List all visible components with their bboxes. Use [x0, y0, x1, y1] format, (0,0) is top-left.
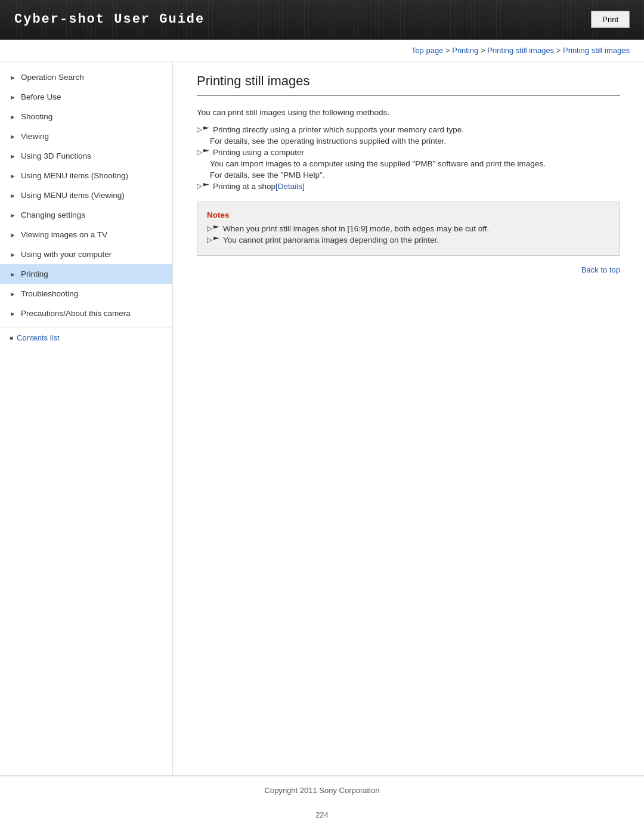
header: Cyber-shot User Guide Print — [0, 0, 644, 40]
sidebar: ► Operation Search ► Before Use ► Shooti… — [0, 61, 173, 775]
bullet1-text: Printing directly using a printer which … — [213, 125, 464, 134]
bullet2-sub2: For details, see the "PMB Help". — [210, 171, 620, 179]
sidebar-item-precautions[interactable]: ► Precautions/About this camera — [0, 304, 172, 323]
footer-divider: Copyright 2011 Sony Corporation 224 — [0, 775, 644, 825]
note-item-1: ▷ When you print still images shot in [1… — [207, 224, 610, 233]
breadcrumb-printing-still-images-2[interactable]: Printing still images — [563, 46, 630, 55]
app-title: Cyber-shot User Guide — [14, 12, 205, 27]
note-flag-1 — [213, 225, 219, 233]
arrow-icon: ► — [10, 271, 16, 278]
arrow-icon: ► — [10, 212, 16, 219]
bullet-item-3: ▷ Printing at a shop [Details] — [197, 182, 620, 191]
sidebar-item-troubleshooting[interactable]: ► Troubleshooting — [0, 284, 172, 304]
note-item-2: ▷ You cannot print panorama images depen… — [207, 236, 610, 244]
bullet1-sub: For details, see the operating instructi… — [210, 137, 620, 145]
flag-shape-3 — [203, 183, 209, 191]
flag-icon-3: ▷ — [197, 182, 202, 190]
bullet-item-2: ▷ Printing using a computer — [197, 148, 620, 157]
breadcrumb: Top page > Printing > Printing still ima… — [0, 40, 644, 61]
sidebar-item-using-computer[interactable]: ► Using with your computer — [0, 244, 172, 264]
note-flag-icon-1: ▷ — [207, 224, 212, 233]
back-to-top-link[interactable]: Back to top — [581, 265, 620, 274]
contents-list-link[interactable]: Contents list — [0, 327, 172, 348]
breadcrumb-top-page[interactable]: Top page — [411, 46, 444, 55]
arrow-icon: ► — [10, 251, 16, 258]
note-flag-icon-2: ▷ — [207, 236, 212, 244]
bullet-item-1: ▷ Printing directly using a printer whic… — [197, 125, 620, 134]
page-title: Printing still images — [197, 73, 620, 96]
arrow-icon: ► — [10, 153, 16, 160]
sidebar-item-printing[interactable]: ► Printing — [0, 264, 172, 284]
breadcrumb-printing-still-images-1[interactable]: Printing still images — [487, 46, 554, 55]
layout: ► Operation Search ► Before Use ► Shooti… — [0, 61, 644, 775]
note1-text: When you print still images shot in [16:… — [223, 224, 489, 233]
intro-text: You can print still images using the fol… — [197, 108, 620, 117]
arrow-icon: ► — [10, 94, 16, 101]
sidebar-item-viewing[interactable]: ► Viewing — [0, 126, 172, 146]
sidebar-item-shooting[interactable]: ► Shooting — [0, 107, 172, 126]
back-to-top: Back to top — [197, 265, 620, 274]
flag-icon-1: ▷ — [197, 125, 202, 134]
flag-icon-2: ▷ — [197, 148, 202, 156]
page-number: 224 — [0, 804, 644, 825]
arrow-icon: ► — [10, 231, 16, 239]
arrow-icon: ► — [10, 290, 16, 298]
arrow-icon: ► — [10, 74, 16, 81]
print-button[interactable]: Print — [591, 11, 630, 28]
arrow-icon: ► — [10, 133, 16, 140]
main-content: Printing still images You can print stil… — [173, 61, 644, 775]
note2-text: You cannot print panorama images dependi… — [223, 236, 439, 244]
footer: Copyright 2011 Sony Corporation — [0, 776, 644, 804]
notes-title: Notes — [207, 210, 610, 219]
note-flag-2 — [213, 237, 219, 244]
arrow-icon: ► — [10, 172, 16, 179]
sidebar-item-using-menu-shooting[interactable]: ► Using MENU items (Shooting) — [0, 166, 172, 185]
breadcrumb-printing[interactable]: Printing — [452, 46, 478, 55]
sidebar-item-using-menu-viewing[interactable]: ► Using MENU items (Viewing) — [0, 185, 172, 205]
sidebar-item-using-3d[interactable]: ► Using 3D Functions — [0, 146, 172, 166]
arrow-icon: ► — [10, 113, 16, 120]
bullet2-sub1: You can import images to a computer usin… — [210, 159, 620, 168]
arrow-icon: ► — [10, 192, 16, 199]
sidebar-item-before-use[interactable]: ► Before Use — [0, 87, 172, 107]
arrow-icon: ► — [10, 310, 16, 317]
flag-shape-2 — [203, 149, 209, 157]
sidebar-item-operation-search[interactable]: ► Operation Search — [0, 67, 172, 87]
copyright: Copyright 2011 Sony Corporation — [265, 786, 380, 795]
bullet2-text: Printing using a computer — [213, 148, 304, 157]
flag-shape-1 — [203, 126, 209, 134]
sidebar-item-changing-settings[interactable]: ► Changing settings — [0, 205, 172, 225]
notes-box: Notes ▷ When you print still images shot… — [197, 202, 620, 256]
sidebar-item-viewing-tv[interactable]: ► Viewing images on a TV — [0, 225, 172, 244]
bullet3-text: Printing at a shop — [213, 182, 275, 191]
details-link[interactable]: [Details] — [275, 182, 305, 191]
